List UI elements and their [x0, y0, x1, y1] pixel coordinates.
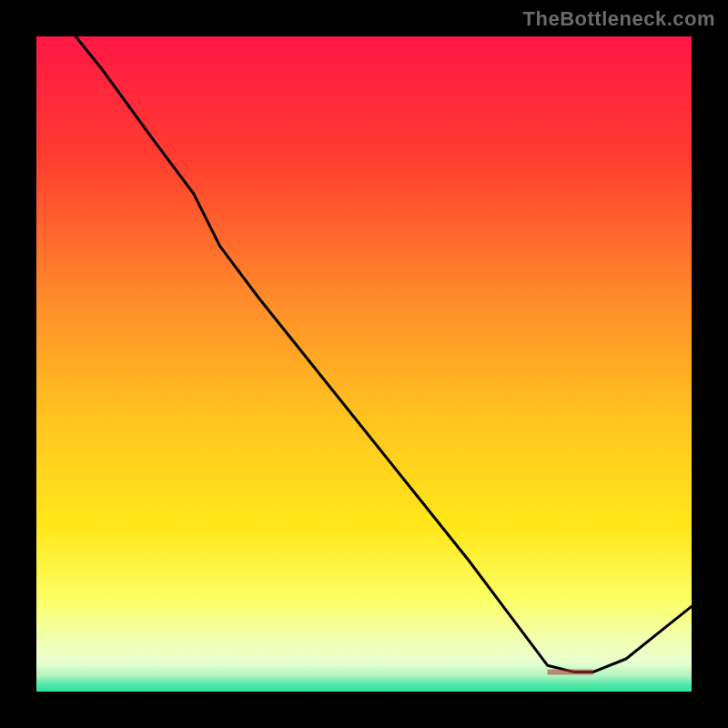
chart-frame: TheBottleneck.com	[0, 0, 728, 728]
flat-segment-marker	[548, 669, 593, 674]
bottleneck-chart	[0, 0, 728, 728]
watermark-text: TheBottleneck.com	[523, 7, 715, 31]
plot-background	[36, 36, 692, 692]
